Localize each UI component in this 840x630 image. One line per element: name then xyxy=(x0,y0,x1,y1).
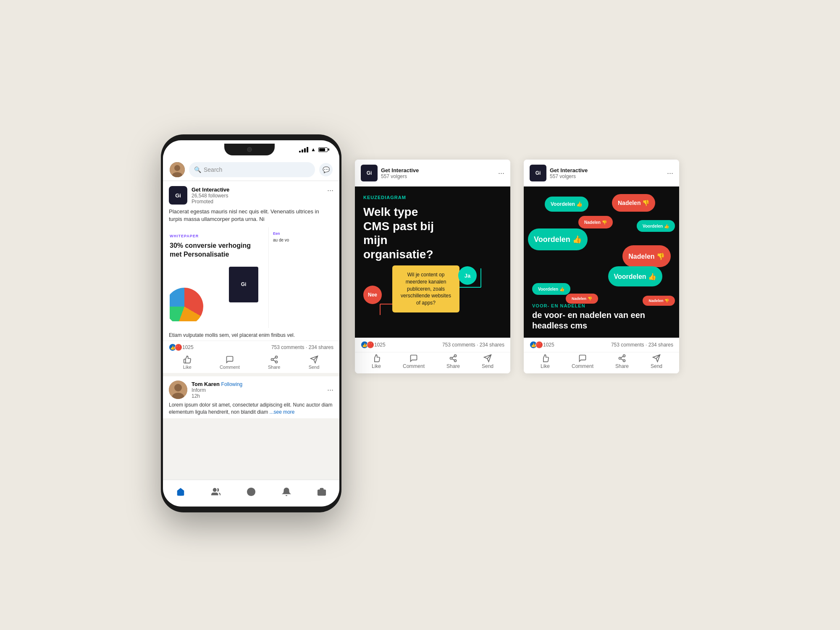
card2-comment-label: Comment xyxy=(572,363,593,369)
card1-reactions: 👍 ❤️ 1025 753 comments · 234 shares xyxy=(355,338,510,352)
comments-count: 753 comments xyxy=(271,344,304,350)
like-button[interactable]: Like xyxy=(183,355,192,370)
notch xyxy=(224,144,275,155)
card1-reaction-count: 1025 xyxy=(374,342,386,348)
svg-point-13 xyxy=(213,488,216,491)
card2-share-btn[interactable]: Share xyxy=(615,354,629,369)
card1-header: Gi Get Interactive 557 volgers ··· xyxy=(355,160,510,186)
whitepaper-tag: WHITEPAPER xyxy=(170,234,262,238)
card2-more-btn[interactable]: ··· xyxy=(667,169,673,178)
card2-reaction-left: 👍 ❤️ 1025 xyxy=(530,341,554,349)
svg-point-23 xyxy=(454,355,456,357)
post1-action-bar: Like Comment Share xyxy=(163,354,339,373)
post-card-1: Gi Get Interactive 26,548 followers Prom… xyxy=(163,181,339,373)
bubble-voordelen-1: Voordelen 👍 xyxy=(545,197,588,212)
messaging-icon[interactable]: 💬 xyxy=(319,163,333,176)
card2-send-label: Send xyxy=(651,363,662,369)
phone-header: 🔍 Search 💬 xyxy=(163,159,339,181)
svg-point-11 xyxy=(174,384,182,391)
following-badge: Following xyxy=(221,381,243,387)
phone-screen: ▲ 🔍 xyxy=(163,140,339,507)
comment-label: Comment xyxy=(220,365,240,370)
love-reaction: ❤️ xyxy=(175,344,182,351)
card1-comment-btn[interactable]: Comment xyxy=(403,354,425,369)
user-avatar[interactable] xyxy=(170,162,185,177)
search-icon: 🔍 xyxy=(194,166,201,173)
nav-post[interactable] xyxy=(247,487,256,496)
card1-image: KEUZEDIAGRAM Welk type CMS past bij mijn… xyxy=(355,186,510,338)
card2-logo: Gi xyxy=(530,165,546,181)
svg-line-7 xyxy=(273,358,276,359)
post2-info: Tom Karen Following Inform 12h xyxy=(192,381,242,399)
svg-line-26 xyxy=(452,359,454,360)
bubble-nadelen-1: Nadelen 👎 xyxy=(612,194,655,212)
card2-comment-btn[interactable]: Comment xyxy=(572,354,593,369)
post1-image: WHITEPAPER 30% conversie verhoging met P… xyxy=(163,227,339,328)
svg-point-32 xyxy=(623,360,625,362)
more-button-2[interactable]: ··· xyxy=(327,386,333,394)
more-button-1[interactable]: ··· xyxy=(327,186,333,195)
search-bar[interactable]: 🔍 Search xyxy=(189,162,315,177)
card1-more-btn[interactable]: ··· xyxy=(498,169,504,178)
card1-followers: 557 volgers xyxy=(381,173,419,179)
whitepaper-card: WHITEPAPER 30% conversie verhoging met P… xyxy=(163,227,269,328)
see-more-link[interactable]: ...see more xyxy=(269,409,294,415)
card1-box: Wil je content op meerdere kanalen publi… xyxy=(392,265,459,312)
svg-line-27 xyxy=(452,356,454,357)
comment-button[interactable]: Comment xyxy=(220,355,240,370)
card1-like-btn[interactable]: Like xyxy=(372,354,381,369)
nav-jobs[interactable] xyxy=(317,487,326,496)
reaction-left: 👍 ❤️ 1025 xyxy=(169,344,194,351)
reaction-icons: 👍 ❤️ xyxy=(169,344,181,351)
reaction-count: 1025 xyxy=(182,344,194,350)
card1-logo: Gi xyxy=(361,165,378,181)
card1-reaction-left: 👍 ❤️ 1025 xyxy=(361,341,386,349)
card1-info: Get Interactive 557 volgers xyxy=(381,167,419,179)
book-cover: Gi xyxy=(229,267,258,302)
card2-title: de voor- en nadelen van een headless cms xyxy=(532,310,667,331)
send-label: Send xyxy=(309,365,320,370)
bubble-voordelen-2: Voordelen 👍 xyxy=(637,220,675,232)
post-card-2: Tom Karen Following Inform 12h ··· Lore xyxy=(163,376,339,418)
card1-share-label: Share xyxy=(446,363,460,369)
post2-time: 12h xyxy=(192,393,242,399)
card2-image: Voordelen 👍 Nadelen 👎 Voordelen 👍 Voorde… xyxy=(524,186,679,338)
card2-subtitle: VOOR- EN NADELEN xyxy=(532,303,585,308)
nav-home[interactable] xyxy=(176,487,185,496)
card2-header: Gi Get Interactive 557 volgers ··· xyxy=(524,160,679,186)
company-logo-1: Gi xyxy=(169,186,187,205)
card2-reaction-right: 753 comments · 234 shares xyxy=(611,342,673,348)
card2-name: Get Interactive xyxy=(550,167,588,173)
svg-line-6 xyxy=(273,360,276,362)
phone-frame: ▲ 🔍 xyxy=(161,134,341,512)
post1-body: Placerat egestas mauris nisl nec quis el… xyxy=(163,208,339,227)
post2-header: Tom Karen Following Inform 12h ··· xyxy=(163,376,339,402)
card1-send-label: Send xyxy=(482,363,494,369)
card1-love-icon: ❤️ xyxy=(367,341,374,349)
bubble-voordelen-4: Voordelen 👍 xyxy=(608,266,663,286)
card1-ja-node: Ja xyxy=(458,266,477,285)
post2-company: Inform xyxy=(192,387,242,393)
svg-line-33 xyxy=(621,359,623,360)
nav-notifications[interactable] xyxy=(282,487,291,496)
card2-bottom: 👍 ❤️ 1025 753 comments · 234 shares xyxy=(524,338,679,373)
bubble-voordelen-3: Voordelen 👍 xyxy=(528,228,588,250)
bubble-nadelen-2: Nadelen 👎 xyxy=(622,245,671,267)
share-button[interactable]: Share xyxy=(268,355,280,370)
card2-send-btn[interactable]: Send xyxy=(651,354,662,369)
peek-tag: Een xyxy=(273,231,335,236)
send-button[interactable]: Send xyxy=(309,355,320,370)
phone-feed[interactable]: Gi Get Interactive 26,548 followers Prom… xyxy=(163,181,339,480)
card1-send-btn[interactable]: Send xyxy=(482,354,494,369)
front-camera xyxy=(247,147,252,152)
bottom-nav xyxy=(163,480,339,503)
post1-header: Gi Get Interactive 26,548 followers Prom… xyxy=(163,181,339,208)
card2-like-btn[interactable]: Like xyxy=(541,354,550,369)
card2-share-label: Share xyxy=(615,363,629,369)
svg-point-25 xyxy=(454,360,456,362)
nav-network[interactable] xyxy=(211,487,220,496)
search-placeholder: Search xyxy=(204,166,222,173)
card1-comments: 753 comments xyxy=(442,342,475,348)
share-label: Share xyxy=(268,365,280,370)
card1-share-btn[interactable]: Share xyxy=(446,354,460,369)
